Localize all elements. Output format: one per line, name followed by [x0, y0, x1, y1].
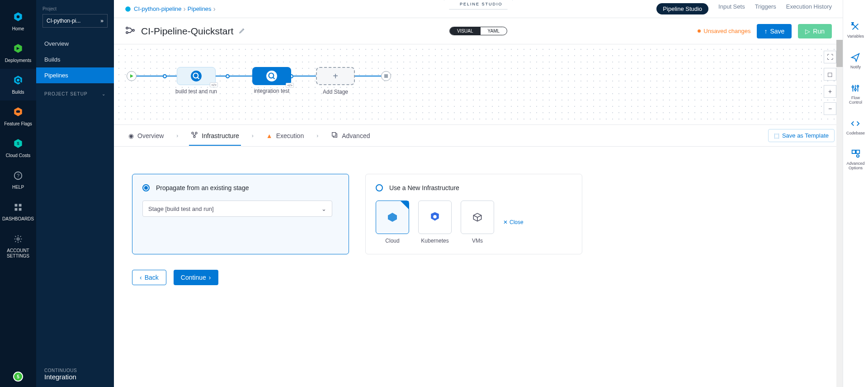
stagetab-execution[interactable]: ▲ Execution: [260, 127, 310, 145]
fullscreen-button[interactable]: ⛶: [824, 51, 836, 63]
rail-deployments[interactable]: Deployments: [0, 37, 36, 69]
project-value: CI-python-pi...: [47, 18, 80, 24]
svg-text:$: $: [17, 141, 19, 146]
save-button[interactable]: ↑Save: [757, 24, 792, 38]
scrollbar-thumb[interactable]: [836, 40, 843, 67]
stage-search-icon: [190, 70, 202, 82]
rrail-codebase[interactable]: Codebase: [846, 119, 865, 136]
settings-alt-icon: [851, 149, 861, 159]
unsaved-label: Unsaved changes: [703, 28, 750, 34]
start-node[interactable]: [127, 71, 137, 81]
svg-rect-23: [332, 133, 336, 136]
tab-execution-history[interactable]: Execution History: [786, 3, 832, 14]
rail-home[interactable]: Home: [0, 5, 36, 37]
new-infra-card[interactable]: Use a New Infrastructure Cloud Kubernete…: [365, 174, 582, 254]
code-icon: </>: [286, 83, 294, 88]
continue-button[interactable]: Continue›: [174, 270, 218, 285]
stage-integration-test[interactable]: </> integration test: [252, 67, 291, 85]
breadcrumb-section[interactable]: Pipelines: [188, 5, 212, 12]
rrail-flow-control[interactable]: Flow Control: [849, 83, 862, 105]
rail-feature-flags[interactable]: Feature Flags: [0, 100, 36, 132]
infra-option-kubernetes[interactable]: Kubernetes: [418, 201, 452, 244]
rrail-notify[interactable]: Notify: [850, 53, 861, 70]
unsaved-indicator: Unsaved changes: [698, 28, 750, 34]
connector-node[interactable]: [163, 74, 167, 78]
infra-option-cloud[interactable]: Cloud: [376, 201, 409, 244]
project-setup-toggle[interactable]: PROJECT SETUP ⌄: [36, 83, 114, 96]
gear-icon: [12, 233, 24, 245]
chevron-left-icon: ‹: [140, 274, 142, 281]
rail-dashboards[interactable]: DASHBOARDS: [0, 196, 36, 227]
hex-icon: [12, 11, 24, 24]
stagetab-label: Execution: [276, 132, 304, 139]
infra-option-vms[interactable]: VMs: [461, 201, 494, 244]
scrollbar[interactable]: [836, 40, 843, 387]
run-button[interactable]: ▷Run: [798, 24, 832, 38]
rail-label: DASHBOARDS: [2, 216, 34, 222]
edit-icon[interactable]: [239, 27, 246, 36]
rrail-label: Variables: [847, 34, 864, 39]
stagetab-label: Advanced: [342, 132, 370, 139]
end-node[interactable]: [381, 71, 391, 81]
zoom-out-button[interactable]: −: [824, 102, 836, 115]
project-sidebar: Project CI-python-pi... » Overview Build…: [36, 0, 114, 387]
svg-text:Σ: Σ: [852, 22, 854, 26]
eye-icon: ◉: [128, 132, 134, 139]
nav-pipelines[interactable]: Pipelines: [36, 67, 114, 83]
project-icon: [125, 6, 131, 12]
svg-text:?: ?: [17, 173, 19, 178]
project-setup-label: PROJECT SETUP: [44, 91, 88, 96]
tab-triggers[interactable]: Triggers: [755, 3, 776, 14]
pipeline-title: CI-Pipeline-Quickstart: [141, 26, 233, 37]
stagetab-infrastructure[interactable]: Infrastructure: [184, 126, 245, 145]
tab-pipeline-studio[interactable]: Pipeline Studio: [656, 3, 708, 14]
radio-new-infra[interactable]: [376, 184, 383, 191]
stage-tabs: ◉ Overview › Infrastructure › ▲ Executio…: [114, 125, 843, 147]
stagetab-overview[interactable]: ◉ Overview: [122, 127, 170, 145]
tab-input-sets[interactable]: Input Sets: [718, 3, 745, 14]
back-button[interactable]: ‹Back: [132, 270, 166, 285]
svg-rect-8: [15, 208, 18, 211]
breadcrumb-project[interactable]: CI-python-pipeline: [125, 5, 182, 12]
stage-search-icon: [266, 70, 278, 82]
grid-icon: [12, 201, 24, 214]
hex-icon: [12, 74, 24, 87]
advanced-icon: [331, 131, 338, 140]
plus-icon: +: [333, 71, 338, 81]
chevron-right-icon: ›: [209, 274, 211, 281]
chevron-right-icon: ›: [184, 5, 186, 13]
rail-account-settings[interactable]: ACCOUNT SETTINGS: [0, 227, 36, 264]
pipeline-canvas[interactable]: </> build test and run </> integration t…: [114, 44, 843, 125]
svg-point-11: [125, 6, 131, 12]
rrail-advanced-options[interactable]: Advanced Options: [846, 149, 864, 171]
sliders-icon: [850, 83, 860, 93]
toggle-visual[interactable]: VISUAL: [450, 27, 481, 35]
rrail-variables[interactable]: Σ Variables: [847, 22, 864, 39]
nav-overview[interactable]: Overview: [36, 36, 114, 52]
pipeline-icon: [125, 25, 136, 38]
stage-build-test-run[interactable]: </> build test and run: [177, 67, 216, 85]
notification-badge[interactable]: 5: [13, 372, 23, 382]
rail-help[interactable]: ? HELP: [0, 164, 36, 196]
add-stage-button[interactable]: + Add Stage: [316, 67, 355, 85]
save-as-template-button[interactable]: ⬚ Save as Template: [768, 129, 835, 142]
sidebar-footer: CONTINUOUS Integration: [44, 368, 77, 381]
svg-rect-30: [856, 150, 859, 153]
connector-node[interactable]: [226, 74, 230, 78]
topbar: CI-python-pipeline › Pipelines › PIPELIN…: [114, 0, 843, 18]
rail-builds[interactable]: Builds: [0, 69, 36, 100]
select-button[interactable]: ◻: [824, 68, 836, 81]
project-select[interactable]: CI-python-pi... »: [42, 14, 108, 28]
propagate-card[interactable]: Propagate from an existing stage Stage […: [132, 174, 349, 254]
rail-cloud-costs[interactable]: $ Cloud Costs: [0, 132, 36, 164]
vm-icon: [472, 211, 483, 223]
nav-builds[interactable]: Builds: [36, 52, 114, 67]
sidebar-footer-big: Integration: [44, 373, 77, 381]
zoom-in-button[interactable]: +: [824, 85, 836, 98]
toggle-yaml[interactable]: YAML: [481, 27, 507, 35]
radio-propagate[interactable]: [142, 184, 150, 191]
hex-icon: [12, 43, 24, 55]
stage-select[interactable]: Stage [build test and run] ⌄: [142, 201, 332, 217]
close-infra-options[interactable]: ✕ Close: [503, 219, 524, 225]
stagetab-advanced[interactable]: Advanced: [325, 126, 376, 145]
